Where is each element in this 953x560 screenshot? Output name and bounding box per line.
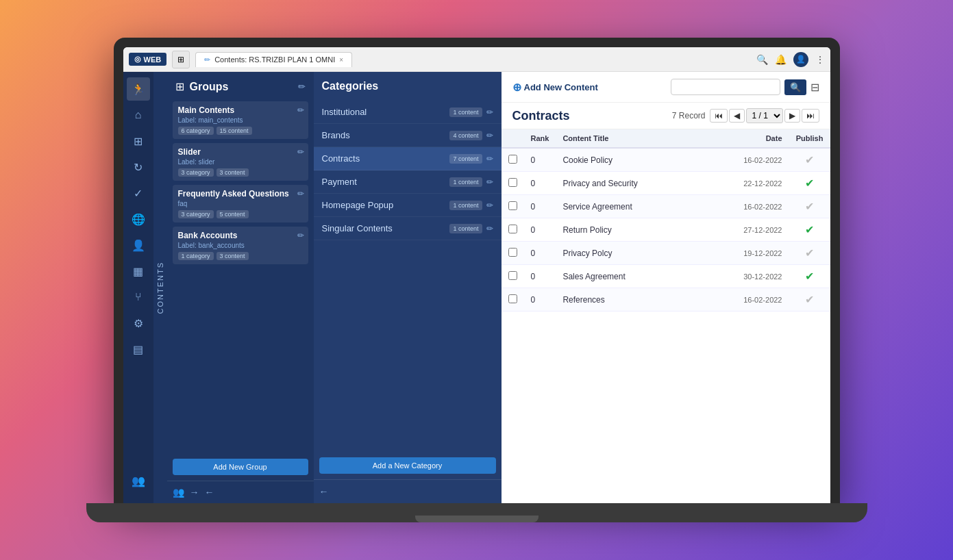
row-checkbox[interactable] [508,271,517,280]
table-header-row: Rank Content Title Date Publish [502,129,830,148]
row-checkbox[interactable] [508,294,517,303]
prev-page-button[interactable]: ◀ [729,109,745,123]
nav-fork[interactable]: ⑂ [127,285,150,309]
more-icon[interactable]: ⋮ [815,54,825,65]
last-page-button[interactable]: ⏭ [802,109,819,123]
category-item-badge: 1 content [449,201,482,210]
add-new-content-button[interactable]: ⊕ Add New Content [512,81,598,94]
grid-view-button[interactable]: ⊞ [172,51,190,68]
add-group-button[interactable]: Add New Group [173,459,308,475]
category-edit-icon[interactable]: ✏ [486,154,493,164]
add-category-button[interactable]: Add a New Category [319,457,496,474]
tab-close-icon[interactable]: × [339,56,343,64]
unpublished-icon[interactable]: ✔ [805,201,814,212]
table-row[interactable]: 0 Return Policy 27-12-2022 ✔ [502,218,830,242]
group-item-tags: 6 category 15 content [178,127,303,135]
bell-icon[interactable]: 🔔 [775,54,787,65]
nav-calc[interactable]: ▦ [127,259,150,283]
categories-footer-arrow-icon[interactable]: ← [319,486,329,497]
row-publish: ✔ [789,172,830,195]
table-row[interactable]: 0 Privacy and Security 22-12-2022 ✔ [502,172,830,195]
row-rank: 0 [524,195,556,218]
row-checkbox[interactable] [508,225,517,233]
group-item[interactable]: ✏ Slider Label: slider 3 category 3 cont… [173,143,308,181]
first-page-button[interactable]: ⏮ [710,109,728,123]
nav-globe[interactable]: 🌐 [127,207,150,231]
group-item[interactable]: ✏ Main Contents Label: main_contents 6 c… [173,101,308,139]
nav-settings[interactable]: ⚙ [127,311,150,335]
row-checkbox[interactable] [508,248,517,257]
row-rank: 0 [524,288,556,311]
category-edit-icon[interactable]: ✏ [486,177,493,187]
unpublished-icon[interactable]: ✔ [805,154,814,166]
row-checkbox[interactable] [508,201,517,210]
page-select[interactable]: 1 / 1 [746,108,783,123]
group-item-label: faq [178,200,303,207]
category-item-homepage-popup[interactable]: Homepage Popup 1 content ✏ [314,194,502,217]
published-icon[interactable]: ✔ [805,177,814,189]
nav-check[interactable]: ✓ [127,181,150,205]
category-item-name: Singular Contents [322,223,450,233]
nav-storage[interactable]: ▤ [127,338,150,361]
nav-refresh[interactable]: ↻ [127,155,150,179]
search-icon[interactable]: 🔍 [756,54,768,65]
published-icon[interactable]: ✔ [805,224,814,236]
table-row[interactable]: 0 Sales Agreement 30-12-2022 ✔ [502,265,830,288]
published-icon[interactable]: ✔ [805,270,814,282]
logo-button[interactable]: ◎ WEB [129,53,167,66]
row-title: Privacy Polcy [556,242,727,265]
nav-home[interactable]: ⌂ [127,103,150,127]
groups-footer-users-icon[interactable]: 👥 [173,487,184,498]
group-edit-icon[interactable]: ✏ [297,231,304,240]
category-edit-icon[interactable]: ✏ [486,107,493,117]
group-item[interactable]: ✏ Bank Accounts Label: bank_accounts 1 c… [173,227,308,264]
nav-grid[interactable]: ⊞ [127,129,150,153]
row-checkbox[interactable] [508,178,517,187]
category-item-payment[interactable]: Payment 1 content ✏ [314,170,502,194]
groups-footer-arrow-right-icon[interactable]: → [190,487,199,498]
unpublished-icon[interactable]: ✔ [805,247,814,259]
row-title: Privacy and Security [556,172,727,195]
group-edit-icon[interactable]: ✏ [297,147,304,157]
nav-runner[interactable]: 🏃 [127,77,150,101]
avatar[interactable]: 👤 [793,52,808,67]
nav-users[interactable]: 👥 [127,469,150,492]
table-row[interactable]: 0 Privacy Polcy 19-12-2022 ✔ [502,242,830,265]
category-edit-icon[interactable]: ✏ [486,131,493,140]
record-count: 7 Record [672,111,706,120]
row-title: Return Policy [556,218,727,242]
group-tag: 5 content [216,210,249,218]
content-search-input[interactable] [671,79,780,95]
groups-list: ✏ Main Contents Label: main_contents 6 c… [167,99,314,453]
group-edit-icon[interactable]: ✏ [297,105,304,115]
row-publish: ✔ [789,265,830,288]
icon-nav: 🏃 ⌂ ⊞ ↻ ✓ 🌐 👤 ▦ ⑂ ⚙ ▤ 👥 [123,72,153,503]
category-item-badge: 1 content [449,107,482,117]
groups-footer-arrow-left-icon[interactable]: ← [205,487,214,498]
table-row[interactable]: 0 Cookie Policy 16-02-2022 ✔ [502,148,830,172]
nav-person[interactable]: 👤 [127,233,150,257]
category-item-singular[interactable]: Singular Contents 1 content ✏ [314,217,502,240]
category-item-institutional[interactable]: Institutional 1 content ✏ [314,101,502,124]
category-edit-icon[interactable]: ✏ [486,201,493,210]
category-edit-icon[interactable]: ✏ [486,224,493,233]
next-page-button[interactable]: ▶ [784,109,800,123]
table-row[interactable]: 0 Service Agreement 16-02-2022 ✔ [502,195,830,218]
groups-header-edit-icon[interactable]: ✏ [298,81,306,92]
unpublished-icon[interactable]: ✔ [805,294,814,305]
contents-label: Contents [156,262,164,314]
category-item-brands[interactable]: Brands 4 content ✏ [314,124,502,147]
record-nav: ⏮ ◀ 1 / 1 ▶ ⏭ [710,108,819,123]
content-search-button[interactable]: 🔍 [784,79,806,95]
table-row[interactable]: 0 References 16-02-2022 ✔ [502,288,830,311]
active-tab[interactable]: ✏ Contents: RS.TRIZBI PLAN 1 OMNI × [195,52,352,67]
group-item-tags: 3 category 5 content [178,210,303,218]
tab-edit-icon: ✏ [204,55,210,64]
filter-icon[interactable]: ⊟ [810,81,819,94]
content-panel-header: ⊕ Add New Content 🔍 ⊟ [502,72,830,103]
row-checkbox[interactable] [508,155,517,164]
group-item[interactable]: ✏ Frequently Asked Questions faq 3 categ… [173,185,308,222]
top-bar-right: 🔍 🔔 👤 ⋮ [756,52,825,67]
category-item-contracts[interactable]: Contracts 7 content ✏ [314,147,502,170]
group-edit-icon[interactable]: ✏ [297,189,304,199]
